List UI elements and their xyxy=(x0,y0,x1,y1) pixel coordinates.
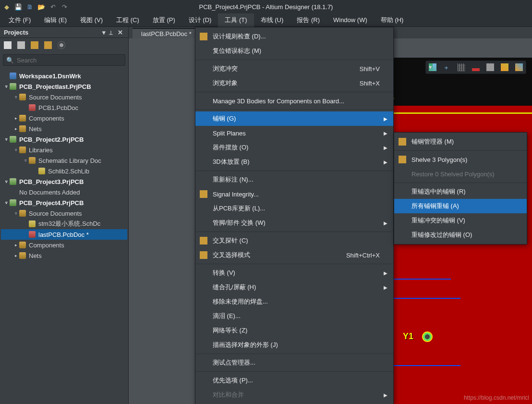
tree-item-label: Schlib2.SchLib xyxy=(48,168,89,175)
tree-item[interactable]: lastPCB.PcbDoc * xyxy=(1,229,127,240)
tree-item-label: Components xyxy=(29,115,64,122)
app-title: PCB_Project4.PrjPCB - Altium Designer (1… xyxy=(199,3,333,11)
menu-item[interactable]: 重铺修改过的铺铜 (O) xyxy=(394,228,527,242)
menu-item[interactable]: 器件摆放 (O)▶ xyxy=(195,140,393,155)
menu-item[interactable]: 铺铜管理器 (M) xyxy=(394,135,527,149)
menu-item[interactable]: 所有铺铜重铺 (A) xyxy=(394,199,527,213)
menu-item[interactable]: 重新标注 (N)... xyxy=(195,172,393,187)
menu-item-label: 重铺修改过的铺铜 (O) xyxy=(411,231,516,239)
menu-视图[interactable]: 视图 (V) xyxy=(73,13,109,27)
menu-item[interactable]: Signal Integrity... xyxy=(195,187,393,201)
fld-icon xyxy=(19,125,26,132)
tree-item[interactable]: stm32最小系统.SchDc xyxy=(1,219,127,229)
open-icon[interactable]: 📂 xyxy=(37,3,45,11)
undo-icon[interactable]: ↶ xyxy=(49,3,57,11)
tree-item[interactable]: Workspace1.DsnWrk xyxy=(1,71,127,81)
folder-icon[interactable] xyxy=(31,41,38,49)
layer-icon[interactable] xyxy=(486,63,494,71)
tree-item-label: Nets xyxy=(29,125,42,133)
menu-item[interactable]: 管脚/部件 交换 (W)▶ xyxy=(195,216,393,230)
tree-item[interactable]: ▿PCB_Project3.PrjPCB xyxy=(1,176,127,187)
save-all-icon[interactable]: 🗎 xyxy=(26,3,34,11)
new-doc-icon[interactable] xyxy=(4,41,12,49)
gear-icon[interactable] xyxy=(58,41,65,49)
tree-item[interactable]: ▸Nets xyxy=(1,123,127,134)
route2-icon[interactable] xyxy=(515,63,523,71)
new-page-icon[interactable] xyxy=(17,41,25,49)
menu-item[interactable]: 重铺冲突的铺铜 (V) xyxy=(394,213,527,228)
tree-item[interactable]: ▸Components xyxy=(1,240,127,250)
redo-icon[interactable]: ↷ xyxy=(60,3,68,11)
tree-item[interactable]: ▿Source Documents xyxy=(1,92,127,102)
menu-item[interactable]: 铺铜 (G)▶ xyxy=(195,111,393,126)
submenu-arrow-icon: ▶ xyxy=(383,159,387,165)
menu-设计[interactable]: 设计 (D) xyxy=(182,13,218,27)
menu-帮助[interactable]: 帮助 (H) xyxy=(374,13,411,27)
menu-item[interactable]: 网络等长 (Z) xyxy=(195,323,393,338)
route-icon[interactable] xyxy=(501,63,508,71)
menu-item[interactable]: 交叉选择模式Shift+Ctrl+X xyxy=(195,248,393,262)
menu-item[interactable]: Shelve 3 Polygon(s) xyxy=(394,152,527,167)
tree-item[interactable]: ▸Components xyxy=(1,113,127,123)
tree-item[interactable]: ▿PCB_Project4.PrjPCB xyxy=(1,197,127,208)
folder-arrow-icon[interactable] xyxy=(44,41,52,49)
panel-menu-icon[interactable]: ▾ xyxy=(102,29,107,36)
save-icon[interactable]: 💾 xyxy=(14,3,22,11)
tree-item-label: PCB_Project4.PrjPCB xyxy=(19,199,84,207)
menu-item[interactable]: 设计规则检查 (D)... xyxy=(195,29,393,44)
fld-icon xyxy=(19,115,26,122)
menu-报告[interactable]: 报告 (R) xyxy=(290,13,326,27)
tree-item[interactable]: ▿Source Documents xyxy=(1,208,127,219)
menu-item[interactable]: 重铺选中的铺铜 (R) xyxy=(394,184,527,199)
tree-item[interactable]: PCB1.PcbDoc xyxy=(1,102,127,113)
menu-放置[interactable]: 放置 (P) xyxy=(146,13,182,27)
menu-Window[interactable]: Window (W) xyxy=(326,14,374,26)
chart-icon[interactable] xyxy=(472,63,480,71)
grid-icon[interactable] xyxy=(458,63,465,71)
tools-dropdown[interactable]: 设计规则检查 (D)...复位错误标志 (M)浏览冲突Shift+V浏览对象Sh… xyxy=(195,27,394,404)
search-box[interactable]: 🔍 xyxy=(3,54,125,66)
menu-工程[interactable]: 工程 (C) xyxy=(109,13,146,27)
menu-item-label: 对比和合并 xyxy=(213,391,383,399)
menu-item[interactable]: 交叉探针 (C) xyxy=(195,233,393,248)
project-tree[interactable]: Workspace1.DsnWrk▿PCB_Projectlast.PrjPCB… xyxy=(0,68,128,404)
menu-item[interactable]: 移除未使用的焊盘... xyxy=(195,294,393,309)
menu-item[interactable]: 复位错误标志 (M) xyxy=(195,44,393,58)
filter-icon[interactable]: ▾ xyxy=(429,63,436,71)
tree-item[interactable]: Schlib2.SchLib xyxy=(1,166,127,176)
menu-item[interactable]: Split Planes▶ xyxy=(195,126,393,140)
menu-item-label: 描画选择对象的外形 (J) xyxy=(213,341,383,349)
tree-item[interactable]: ▿PCB_Projectlast.PrjPCB xyxy=(1,81,127,92)
tree-item[interactable]: ▿Schematic Library Doc xyxy=(1,155,127,166)
menu-编辑[interactable]: 编辑 (E) xyxy=(37,13,73,27)
menu-item-label: 浏览对象 xyxy=(213,79,360,87)
panel-pin-icon[interactable]: ⟂ xyxy=(109,29,116,36)
menu-布线[interactable]: 布线 (U) xyxy=(254,13,290,27)
menu-item: 对比和合并▶ xyxy=(195,388,393,402)
menu-item[interactable]: 转换 (V)▶ xyxy=(195,266,393,280)
tree-item[interactable]: ▿Libraries xyxy=(1,145,127,155)
menu-item[interactable]: 浏览冲突Shift+V xyxy=(195,61,393,76)
tree-item[interactable]: ▿PCB_Project2.PrjPCB xyxy=(1,134,127,145)
menu-item[interactable]: 描画选择对象的外形 (J) xyxy=(195,338,393,352)
search-input[interactable] xyxy=(17,57,122,64)
menu-工具[interactable]: 工具 (T) xyxy=(218,13,254,27)
menu-item[interactable]: 缝合孔/屏蔽 (H)▶ xyxy=(195,280,393,294)
polygon-submenu[interactable]: 铺铜管理器 (M)Shelve 3 Polygon(s)Restore 0 Sh… xyxy=(394,132,527,245)
panel-close-icon[interactable]: ✕ xyxy=(118,29,124,36)
menu-item[interactable]: 3D体放置 (B)▶ xyxy=(195,155,393,169)
crosshair-icon[interactable]: ＋ xyxy=(443,63,451,71)
menu-item[interactable]: 浏览对象Shift+X xyxy=(195,76,393,90)
menu-item[interactable]: 测试点管理器... xyxy=(195,355,393,370)
sch-icon xyxy=(38,168,45,174)
menu-item[interactable]: Manage 3D Bodies for Components on Board… xyxy=(195,94,393,108)
menu-文件[interactable]: 文件 (F) xyxy=(2,13,37,27)
tree-item[interactable]: ▸Nets xyxy=(1,250,127,261)
tree-item[interactable]: No Documents Added xyxy=(1,187,127,197)
doc-tab-lastpcb[interactable]: lastPCB.PcbDoc * xyxy=(133,28,197,38)
titlebar: ◆ 💾 🗎 📂 ↶ ↷ PCB_Project4.PrjPCB - Altium… xyxy=(0,0,532,13)
probe-icon xyxy=(200,237,207,245)
menu-item[interactable]: 从PCB库更新 (L)... xyxy=(195,201,393,216)
menu-item[interactable]: 优先选项 (P)... xyxy=(195,373,393,388)
menu-item[interactable]: 滴泪 (E)... xyxy=(195,309,393,323)
